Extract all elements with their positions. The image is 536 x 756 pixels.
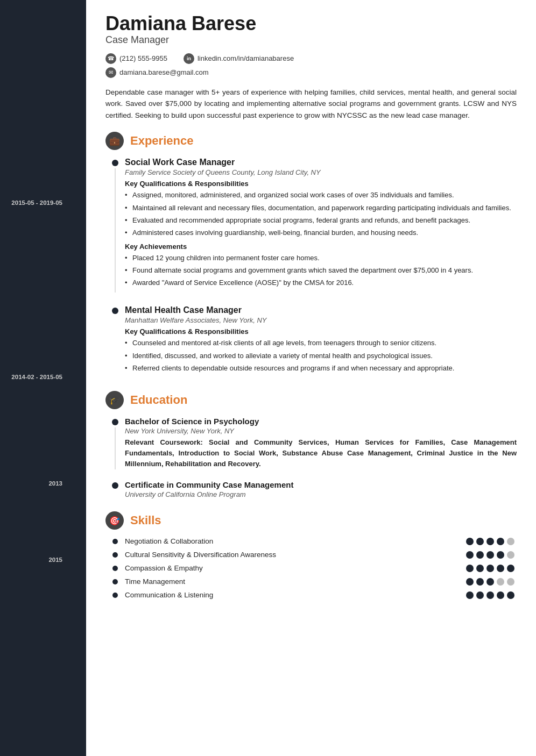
- skill-dot-filled-2-2: [486, 565, 494, 572]
- linkedin-contact: in linkedin.com/in/damianabarese: [184, 53, 294, 64]
- edu1-line: [115, 427, 116, 469]
- email-icon: ✉: [105, 67, 116, 78]
- skill-dot-filled-2-1: [476, 565, 484, 572]
- skill-dot-filled-4-1: [476, 591, 484, 599]
- exp1-body: Social Work Case Manager Family Service …: [125, 158, 517, 293]
- experience-section-header: 💼 Experience: [105, 132, 517, 150]
- edu2-dot: [112, 482, 118, 489]
- exp2-qual-2: Identified, discussed, and worked to all…: [125, 351, 517, 361]
- skill-row-1: Cultural Sensitivity & Diversification A…: [105, 551, 517, 559]
- contact-section: ☎ (212) 555-9955 in linkedin.com/in/dami…: [105, 53, 517, 78]
- experience-icon: 💼: [105, 132, 124, 150]
- phone-icon: ☎: [105, 53, 116, 64]
- date-exp1: 2015-05 - 2019-05: [11, 198, 74, 206]
- edu1-degree: Bachelor of Science in Psychology: [125, 417, 517, 426]
- exp2-dot: [112, 308, 118, 314]
- date-edu2: 2015: [48, 555, 74, 564]
- experience-item-2: Mental Health Case Manager Manhattan Wel…: [105, 305, 517, 377]
- exp2-body: Mental Health Case Manager Manhattan Wel…: [125, 305, 517, 377]
- exp1-achievements-list: Placed 12 young children into permanent …: [125, 253, 517, 288]
- experience-title: Experience: [130, 134, 193, 148]
- exp2-qualifications-list: Counseled and mentored at-risk clients o…: [125, 338, 517, 373]
- edu2-degree: Certificate in Community Case Management: [125, 480, 517, 489]
- edu1-dot: [112, 419, 118, 425]
- sidebar: 2015-05 - 2019-05 2014-02 - 2015-05 2013…: [0, 0, 86, 756]
- resume-header: Damiana Barese Case Manager: [105, 13, 517, 46]
- skill-row-0: Negotiation & Collaboration: [105, 537, 517, 545]
- skill-name-1: Cultural Sensitivity & Diversification A…: [125, 551, 466, 559]
- edu1-dot-col: [105, 417, 125, 469]
- skill-name-3: Time Management: [125, 577, 466, 586]
- skill-row-3: Time Management: [105, 577, 517, 586]
- exp2-qualifications-label: Key Qualifications & Responsibilities: [125, 327, 517, 336]
- exp1-dot-col: [105, 158, 125, 293]
- skill-dots-4: [466, 591, 514, 599]
- skill-dot-filled-4-3: [497, 591, 504, 599]
- exp1-ach-2: Found alternate social programs and gove…: [125, 265, 517, 276]
- skill-dot-filled-0-3: [497, 538, 504, 545]
- exp2-company: Manhattan Welfare Associates, New York, …: [125, 316, 517, 324]
- exp1-company: Family Service Society of Queens County,…: [125, 168, 517, 176]
- skill-name-4: Communication & Listening: [125, 591, 466, 599]
- exp1-dot: [112, 160, 118, 166]
- edu1-coursework-label: Relevant Coursework:: [125, 438, 203, 446]
- skills-section-header: 🎯 Skills: [105, 511, 517, 530]
- candidate-name: Damiana Barese: [105, 13, 517, 34]
- education-icon: 🎓: [105, 391, 124, 409]
- skill-dot-filled-3-0: [466, 578, 474, 586]
- skill-dot-filled-2-4: [507, 565, 514, 572]
- skill-bullet-0: [105, 539, 125, 544]
- skill-dot-filled-1-3: [497, 551, 504, 559]
- phone-contact: ☎ (212) 555-9955: [105, 53, 167, 64]
- date-exp2: 2014-02 - 2015-05: [11, 372, 74, 381]
- skill-dot-filled-0-1: [476, 538, 484, 545]
- education-section-header: 🎓 Education: [105, 391, 517, 409]
- education-title: Education: [130, 393, 187, 407]
- skill-bullet-1: [105, 552, 125, 558]
- skill-dot-filled-1-2: [486, 551, 494, 559]
- education-item-1: Bachelor of Science in Psychology New Yo…: [105, 417, 517, 469]
- skill-dot-filled-1-1: [476, 551, 484, 559]
- skill-dots-0: [466, 538, 514, 545]
- skill-dot-filled-4-4: [507, 591, 514, 599]
- skill-row-4: Communication & Listening: [105, 591, 517, 599]
- skill-bullet-4: [105, 593, 125, 598]
- skill-dot-filled-0-2: [486, 538, 494, 545]
- exp1-title: Social Work Case Manager: [125, 158, 517, 167]
- exp2-dot-col: [105, 305, 125, 377]
- skill-dot-filled-1-0: [466, 551, 474, 559]
- skill-row-2: Compassion & Empathy: [105, 564, 517, 572]
- skill-dot-filled-2-3: [497, 565, 504, 572]
- exp2-title: Mental Health Case Manager: [125, 305, 517, 315]
- edu1-body: Bachelor of Science in Psychology New Yo…: [125, 417, 517, 469]
- experience-item-1: Social Work Case Manager Family Service …: [105, 158, 517, 293]
- skill-dot-filled-0-0: [466, 538, 474, 545]
- skill-dots-1: [466, 551, 514, 559]
- exp1-qualifications-list: Assigned, monitored, administered, and o…: [125, 190, 517, 238]
- exp1-ach-1: Placed 12 young children into permanent …: [125, 253, 517, 263]
- main-content: Damiana Barese Case Manager ☎ (212) 555-…: [86, 0, 536, 756]
- exp1-qualifications-label: Key Qualifications & Responsibilities: [125, 180, 517, 188]
- skill-dot-filled-2-0: [466, 565, 474, 572]
- edu2-school: University of California Online Program: [125, 490, 517, 498]
- skill-dot-empty-0-0: [507, 538, 514, 545]
- exp1-qual-4: Administered cases involving guardianshi…: [125, 227, 517, 238]
- skill-dots-3: [466, 578, 514, 586]
- candidate-title: Case Manager: [105, 34, 517, 46]
- email-contact: ✉ damiana.barese@gmail.com: [105, 67, 209, 78]
- skills-title: Skills: [130, 513, 161, 527]
- skill-dot-filled-3-2: [486, 578, 494, 586]
- skill-bullet-3: [105, 579, 125, 584]
- skill-dots-2: [466, 565, 514, 572]
- skill-dot-empty-1-0: [507, 551, 514, 559]
- skill-name-0: Negotiation & Collaboration: [125, 537, 466, 545]
- exp1-qual-1: Assigned, monitored, administered, and o…: [125, 190, 517, 201]
- skill-dot-filled-4-2: [486, 591, 494, 599]
- summary-text: Dependable case manager with 5+ years of…: [105, 87, 517, 122]
- skill-bullet-2: [105, 566, 125, 571]
- skill-dot-empty-3-0: [497, 578, 504, 586]
- exp1-achievements-label: Key Achievements: [125, 243, 517, 251]
- date-edu1: 2013: [48, 479, 74, 487]
- edu2-dot-col: [105, 480, 125, 501]
- exp1-qual-2: Maintained all relevant and necessary fi…: [125, 203, 517, 213]
